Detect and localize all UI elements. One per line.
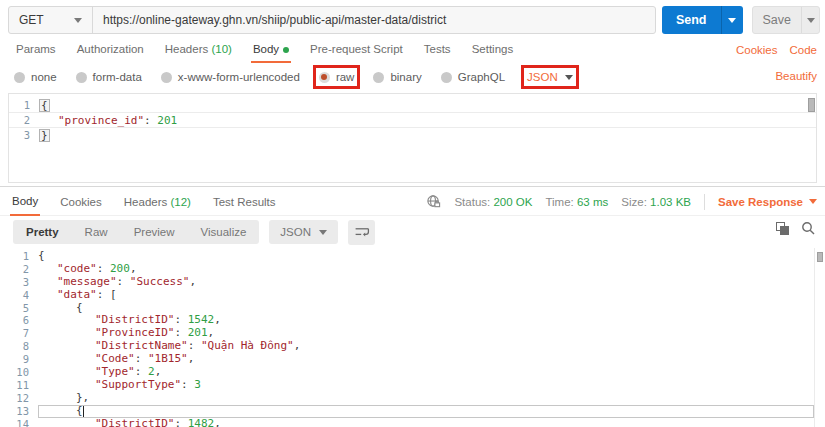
body-type-row: noneform-datax-www-form-urlencodedrawbin… [0,62,825,92]
search-response-button[interactable] [801,221,815,235]
method-select[interactable]: GET [9,7,93,33]
wrap-text-button[interactable] [348,220,375,245]
response-tab-headers[interactable]: Headers (12) [122,188,193,215]
request-links: Cookies Code [736,44,817,56]
body-type-radio-binary[interactable]: binary [373,71,421,83]
response-tab-body[interactable]: Body [10,187,40,216]
response-tab-cookies[interactable]: Cookies [58,188,104,215]
meta-label: Time: [545,196,577,208]
line-number: 5 [0,302,38,315]
code-content: { [38,250,45,263]
radio-icon [14,72,25,83]
tab-count: (12) [167,196,191,208]
chevron-down-icon [807,18,815,23]
code-token: 201 [157,113,177,128]
code-token: "Success" [130,276,190,289]
copy-response-button[interactable] [776,222,789,235]
meta-status: Status: 200 OK [454,196,532,208]
response-scrollbar[interactable] [817,252,823,262]
body-type-options: noneform-datax-www-form-urlencodedrawbin… [14,71,524,83]
tab-pre-request-script[interactable]: Pre-request Script [308,40,405,61]
send-options-button[interactable] [721,6,743,34]
response-tab-test-results[interactable]: Test Results [211,188,278,215]
code-content: }, [38,392,89,405]
line-number: 2 [0,263,38,276]
tab-settings[interactable]: Settings [470,40,516,61]
code-token: }, [76,392,89,405]
tab-body[interactable]: Body [251,40,291,63]
content-type-dropdown[interactable]: JSON [527,71,573,83]
meta-label: Size: [621,196,650,208]
radio-label: GraphQL [458,71,505,83]
network-globe-icon[interactable] [426,194,441,209]
code-token: : [181,379,194,392]
meta-time: Time: 63 ms [545,196,608,208]
save-button[interactable]: Save [752,6,821,34]
code-content: { [38,405,84,418]
response-toolbar: PrettyRawPreviewVisualize JSON [0,216,825,248]
radio-label: raw [336,71,355,83]
radio-icon [441,72,452,83]
cookies-link[interactable]: Cookies [736,44,778,56]
line-number: 2 [9,113,39,128]
tab-headers[interactable]: Headers (10) [163,40,234,61]
radio-label: binary [390,71,421,83]
view-mode-raw[interactable]: Raw [72,220,121,244]
response-code-lines: 1{2"code": 200,3"message": "Success",4"d… [0,250,814,427]
body-type-radio-raw[interactable]: raw [319,71,355,83]
chevron-down-icon [319,230,327,235]
radio-label: none [31,71,57,83]
response-format-dropdown[interactable]: JSON [269,220,338,244]
code-token: "code" [57,263,97,276]
code-token: "data" [57,289,97,302]
tab-label: Settings [472,43,514,55]
postman-request-view: GET Send Save ParamsAuthorizationHeaders… [0,0,825,427]
line-number: 3 [9,128,39,143]
body-type-radio-none[interactable]: none [14,71,57,83]
code-content: "Type": 2, [38,366,161,379]
url-input[interactable] [93,7,655,33]
request-editor-scrollbar[interactable] [808,98,815,112]
content-type-label: JSON [527,71,558,83]
code-line: 14"DistrictID": 1482, [0,418,814,427]
save-label: Save [753,7,802,33]
beautify-link[interactable]: Beautify [775,70,817,82]
radio-icon [76,72,87,83]
tab-tests[interactable]: Tests [422,40,453,61]
view-mode-pretty[interactable]: Pretty [13,220,72,244]
code-content: "message": "Success", [38,276,196,289]
code-line: 3} [9,128,816,143]
code-token: , [155,366,162,379]
request-body-editor[interactable]: 1{2"province_id": 2013} [8,93,817,183]
tab-authorization[interactable]: Authorization [75,40,146,61]
code-content: } [39,129,50,142]
tab-params[interactable]: Params [14,40,58,61]
wrap-text-icon [354,225,370,239]
body-type-radio-graphql[interactable]: GraphQL [441,71,505,83]
radio-icon [161,72,172,83]
tab-label: Test Results [213,196,276,208]
code-token: [ [110,289,117,302]
response-status-group: Status: 200 OKTime: 63 msSize: 1.03 KB [454,196,691,208]
body-type-radio-form-data[interactable]: form-data [76,71,142,83]
response-body-viewer[interactable]: 1{2"code": 200,3"message": "Success",4"d… [0,248,815,427]
send-label: Send [662,6,721,34]
code-line: 1{ [9,98,816,113]
view-mode-preview[interactable]: Preview [121,220,188,244]
tab-label: Authorization [77,43,144,55]
save-response-button[interactable]: Save Response [718,196,817,208]
code-token: , [294,340,301,353]
view-mode-group: PrettyRawPreviewVisualize [13,220,259,244]
line-number: 1 [9,98,39,113]
code-link[interactable]: Code [790,44,818,56]
code-token: : [117,276,130,289]
code-token: , [130,263,137,276]
tab-label: Pre-request Script [310,43,403,55]
code-token: 3 [194,379,201,392]
send-button[interactable]: Send [662,6,743,34]
save-options-button[interactable] [801,7,819,33]
body-type-radio-x-www-form-urlencoded[interactable]: x-www-form-urlencoded [161,71,300,83]
code-line: 4"data": [ [0,289,814,302]
view-mode-visualize[interactable]: Visualize [188,220,260,244]
code-line: 13{ [0,405,814,418]
